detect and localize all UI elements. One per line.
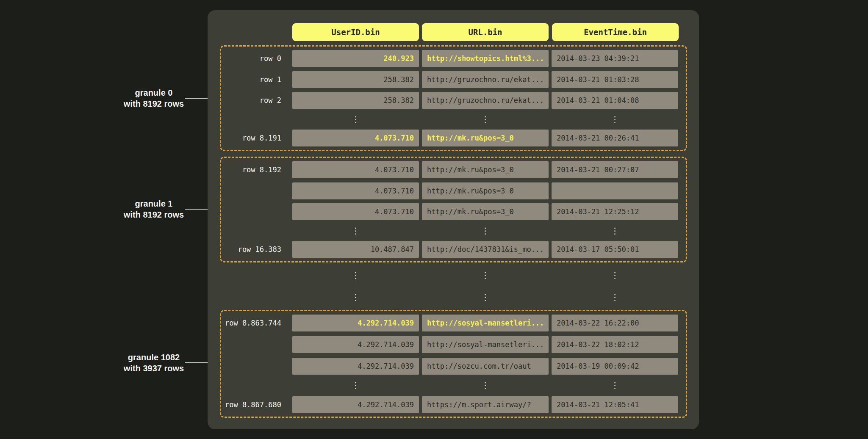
granule-1-annotation-line2: with 8192 rows xyxy=(103,209,205,220)
granule-0-annotation-line1: granule 0 xyxy=(103,87,205,98)
table-row: row 2 258.382 http://gruzochno.ru/ekat..… xyxy=(221,92,686,109)
vertical-ellipsis-icon: ⋮ xyxy=(552,291,678,304)
url-cell: http://sosyal-mansetleri... xyxy=(422,315,549,331)
granule-0-box: row 0 240.923 http://showtopics.html%3..… xyxy=(220,45,687,151)
vertical-ellipsis-icon: ⋮ xyxy=(292,224,419,237)
vertical-ellipsis-icon: ⋮ xyxy=(552,224,678,237)
row-label xyxy=(221,358,292,375)
granule-1-box: row 8.192 4.073.710 http://mk.ru&pos=3_0… xyxy=(220,157,687,262)
table-row: 4.292.714.039 http://sozcu.com.tr/oaut 2… xyxy=(221,358,686,375)
eventtime-cell xyxy=(552,182,678,199)
userid-cell: 240.923 xyxy=(292,50,419,67)
table-row: row 8.192 4.073.710 http://mk.ru&pos=3_0… xyxy=(221,161,686,178)
table-row: 4.073.710 http://mk.ru&pos=3_0 xyxy=(221,182,686,199)
table-row: row 16.383 10.487.847 http://doc/1437831… xyxy=(221,241,686,258)
userid-cell: 4.073.710 xyxy=(292,161,419,178)
url-cell: http://mk.ru&pos=3_0 xyxy=(422,203,549,220)
url-cell: http://doc/1437831&is_mo... xyxy=(422,241,549,258)
row-label: row 1 xyxy=(221,71,292,88)
userid-cell: 4.073.710 xyxy=(292,130,419,146)
vertical-ellipsis-icon: ⋮ xyxy=(292,269,419,282)
row-label xyxy=(221,224,292,237)
userid-cell: 258.382 xyxy=(292,71,419,88)
table-row: row 0 240.923 http://showtopics.html%3..… xyxy=(221,50,686,67)
column-header-userid: UserID.bin xyxy=(292,23,419,41)
column-files-panel: UserID.bin URL.bin EventTime.bin row 0 2… xyxy=(208,10,699,429)
column-header-eventtime: EventTime.bin xyxy=(552,23,679,41)
row-label: row 16.383 xyxy=(221,241,292,258)
userid-cell: 258.382 xyxy=(292,92,419,109)
row-label xyxy=(221,203,292,220)
between-granules-ellipsis-row: ⋮ ⋮ ⋮ xyxy=(292,291,678,304)
vertical-ellipsis-icon: ⋮ xyxy=(552,269,678,282)
vertical-ellipsis-icon: ⋮ xyxy=(552,379,678,392)
granule-1082-annotation-line1: granule 1082 xyxy=(103,352,205,363)
userid-cell: 4.292.714.039 xyxy=(292,396,419,413)
url-cell: http://sosyal-mansetleri... xyxy=(422,336,549,353)
table-row: 4.292.714.039 http://sosyal-mansetleri..… xyxy=(221,336,686,353)
eventtime-cell: 2014-03-23 04:39:21 xyxy=(552,50,678,67)
url-cell: http://gruzochno.ru/ekat... xyxy=(422,92,549,109)
vertical-ellipsis-icon: ⋮ xyxy=(292,291,419,304)
vertical-ellipsis-icon: ⋮ xyxy=(292,113,419,126)
granule-1082-annotation-line2: with 3937 rows xyxy=(103,363,205,374)
url-cell: http://mk.ru&pos=3_0 xyxy=(422,161,549,178)
vertical-ellipsis-icon: ⋮ xyxy=(422,269,549,282)
userid-cell: 10.487.847 xyxy=(292,241,419,258)
vertical-ellipsis-icon: ⋮ xyxy=(422,379,549,392)
column-header-url: URL.bin xyxy=(422,23,549,41)
between-granules-ellipsis-row: ⋮ ⋮ ⋮ xyxy=(292,269,678,282)
userid-cell: 4.073.710 xyxy=(292,182,419,199)
table-row: 4.073.710 http://mk.ru&pos=3_0 2014-03-2… xyxy=(221,203,686,220)
eventtime-cell: 2014-03-21 01:03:28 xyxy=(552,71,678,88)
eventtime-cell: 2014-03-21 12:05:41 xyxy=(552,396,678,413)
url-cell: http://mk.ru&pos=3_0 xyxy=(422,130,549,146)
url-cell: https://m.sport.airway/? xyxy=(422,396,549,413)
row-label xyxy=(221,113,292,126)
row-label: row 0 xyxy=(221,50,292,67)
row-label xyxy=(221,336,292,353)
row-label xyxy=(221,379,292,392)
ellipsis-row: ⋮ ⋮ ⋮ xyxy=(221,224,686,237)
row-label: row 8.191 xyxy=(221,130,292,146)
vertical-ellipsis-icon: ⋮ xyxy=(552,113,678,126)
row-label: row 8.863.744 xyxy=(221,315,292,331)
table-row: row 8.867.680 4.292.714.039 https://m.sp… xyxy=(221,396,686,413)
granule-0-annotation-line2: with 8192 rows xyxy=(103,98,205,109)
url-cell: http://sozcu.com.tr/oaut xyxy=(422,358,549,375)
url-cell: http://gruzochno.ru/ekat... xyxy=(422,71,549,88)
userid-cell: 4.292.714.039 xyxy=(292,315,419,331)
row-label: row 8.867.680 xyxy=(221,396,292,413)
row-label: row 2 xyxy=(221,92,292,109)
row-label: row 8.192 xyxy=(221,161,292,178)
url-cell: http://mk.ru&pos=3_0 xyxy=(422,182,549,199)
vertical-ellipsis-icon: ⋮ xyxy=(422,224,549,237)
eventtime-cell: 2014-03-17 05:50:01 xyxy=(552,241,678,258)
eventtime-cell: 2014-03-22 16:22:00 xyxy=(552,315,678,331)
vertical-ellipsis-icon: ⋮ xyxy=(292,379,419,392)
granule-1082-box: row 8.863.744 4.292.714.039 http://sosya… xyxy=(220,310,687,418)
url-cell: http://showtopics.html%3... xyxy=(422,50,549,67)
table-row: row 1 258.382 http://gruzochno.ru/ekat..… xyxy=(221,71,686,88)
eventtime-cell: 2014-03-21 12:25:12 xyxy=(552,203,678,220)
eventtime-cell: 2014-03-21 00:26:41 xyxy=(552,130,678,146)
eventtime-cell: 2014-03-21 00:27:07 xyxy=(552,161,678,178)
eventtime-cell: 2014-03-21 01:04:08 xyxy=(552,92,678,109)
eventtime-cell: 2014-03-22 18:02:12 xyxy=(552,336,678,353)
row-label xyxy=(221,182,292,199)
table-row: row 8.191 4.073.710 http://mk.ru&pos=3_0… xyxy=(221,130,686,146)
userid-cell: 4.073.710 xyxy=(292,203,419,220)
vertical-ellipsis-icon: ⋮ xyxy=(422,113,549,126)
ellipsis-row: ⋮ ⋮ ⋮ xyxy=(221,113,686,126)
granule-1-annotation-line1: granule 1 xyxy=(103,198,205,209)
vertical-ellipsis-icon: ⋮ xyxy=(422,291,549,304)
userid-cell: 4.292.714.039 xyxy=(292,336,419,353)
eventtime-cell: 2014-03-19 00:09:42 xyxy=(552,358,678,375)
userid-cell: 4.292.714.039 xyxy=(292,358,419,375)
ellipsis-row: ⋮ ⋮ ⋮ xyxy=(221,379,686,392)
table-row: row 8.863.744 4.292.714.039 http://sosya… xyxy=(221,315,686,331)
